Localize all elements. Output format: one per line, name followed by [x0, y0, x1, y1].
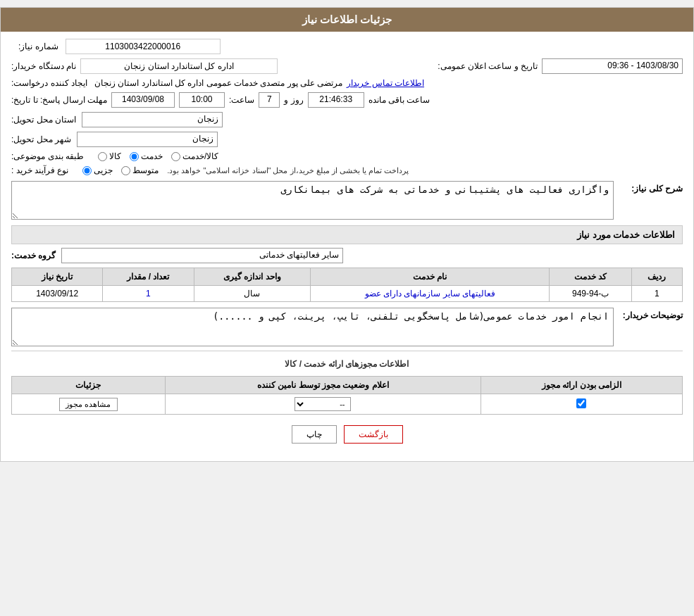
cell-tarikh: 1403/09/12 [12, 286, 103, 302]
cell-kod: ب-94-949 [550, 286, 631, 302]
cell-radif: 1 [631, 286, 682, 302]
tabaqe-kala-label: کالا [109, 151, 121, 161]
tabaqe-khedmat-label: خدمت [141, 151, 163, 161]
ostan-tahvil-label: استان محل تحویل: [11, 115, 76, 125]
elzami-checkbox[interactable] [576, 398, 586, 408]
view-mojoz-button[interactable]: مشاهده مجوز [59, 398, 117, 411]
radio-khedmat[interactable] [130, 152, 139, 161]
perm-col-status: اعلام وضعیت مجوز توسط نامین کننده [165, 377, 481, 394]
cell-elzami [481, 394, 682, 415]
col-radif: ردیف [631, 268, 682, 286]
ostan-tahvil-value: زنجان [82, 112, 223, 127]
mohlat-label: مهلت ارسال پاسخ: تا تاریخ: [11, 95, 107, 105]
mohlat-date-value: 1403/09/08 [111, 92, 175, 108]
sharh-label: شرح کلی نیاز: [619, 181, 683, 194]
cell-status: -- [165, 394, 481, 415]
cell-details: مشاهده مجوز [12, 394, 166, 415]
nooe-label: نوع فرآیند خرید : [11, 165, 68, 175]
nam-dastgah-label: نام دستگاه خریدار: [11, 61, 76, 71]
ijad-link[interactable]: اطلاعات تماس خریدار [347, 78, 424, 88]
radio-motavaset[interactable] [121, 166, 130, 175]
status-select[interactable]: -- [295, 397, 351, 411]
tabaqe-label: طبقه بندی موضوعی: [11, 151, 84, 161]
page-title: جزئیات اطلاعات نیاز [1, 8, 693, 32]
services-section-title: اطلاعات خدمات مورد نیاز [11, 225, 683, 244]
nooe-note: پرداخت تمام یا بخشی از مبلغ خرید،از محل … [167, 166, 409, 175]
mohlat-baqi-label: ساعت باقی مانده [368, 95, 430, 105]
tarikh-value: 1403/08/30 - 09:36 [542, 58, 683, 74]
table-row: 1 ب-94-949 فعالیتهای سایر سازمانهای دارا… [12, 286, 683, 302]
shahr-tahvil-value: زنجان [77, 132, 218, 147]
tarikh-label: تاریخ و ساعت اعلان عمومی: [438, 61, 538, 71]
shomara-niaz-value: 1103003422000016 [66, 39, 221, 54]
permissions-title: اطلاعات مجوزهای ارائه خدمت / کالا [11, 356, 683, 372]
shahr-tahvil-label: شهر محل تحویل: [11, 134, 71, 144]
radio-kala-khedmat[interactable] [171, 152, 180, 161]
buyer-desc-label: توضیحات خریدار: [619, 308, 683, 320]
back-button[interactable]: بازگشت [344, 425, 403, 444]
shomara-niaz-label: شماره نیاز: [18, 42, 58, 51]
tabaqe-kala-khedmat-label: کالا/خدمت [182, 151, 218, 161]
perm-col-details: جزئیات [12, 377, 166, 394]
mohlat-baqi-value: 21:46:33 [308, 92, 364, 108]
ijad-label: ایجاد کننده درخواست: [11, 78, 87, 88]
radio-kala[interactable] [98, 152, 107, 161]
perm-col-elzami: الزامی بودن ارائه مجوز [481, 377, 682, 394]
table-row: -- مشاهده مجوز [12, 394, 683, 415]
mohlat-saat-value: 10:00 [179, 92, 225, 108]
buyer-desc-textarea[interactable] [11, 308, 614, 346]
cell-nam: فعالیتهای سایر سازمانهای دارای عضو [311, 286, 550, 302]
grooh-label: گروه خدمت: [11, 251, 56, 260]
services-table: ردیف کد خدمت نام خدمت واحد اندازه گیری ت… [11, 268, 683, 302]
sharh-textarea[interactable] [11, 181, 614, 220]
col-vahed: واحد اندازه گیری [194, 268, 311, 286]
grooh-value: سایر فعالیتهای خدماتی [61, 248, 343, 263]
mohlat-saat-label: ساعت: [229, 95, 254, 105]
cell-vahed: سال [194, 286, 311, 302]
nam-dastgah-value: اداره کل استاندارد استان زنجان [80, 58, 278, 74]
nooe-motavaset-label: متوسط [132, 165, 159, 175]
col-tarikh: تاریخ نیاز [12, 268, 103, 286]
col-nam: نام خدمت [311, 268, 550, 286]
mohlat-rooz-value: 7 [259, 92, 280, 108]
radio-jazzi[interactable] [82, 166, 92, 175]
print-button[interactable]: چاپ [292, 425, 337, 444]
permissions-table: الزامی بودن ارائه مجوز اعلام وضعیت مجوز … [11, 376, 683, 415]
ijad-value: مرتضی علی پور متصدی خدمات عمومی اداره کل… [94, 78, 342, 88]
mohlat-rooz-label: روز و [284, 95, 303, 105]
col-tedad: تعداد / مقدار [103, 268, 194, 286]
nooe-jazzi-label: جزیی [94, 165, 113, 175]
cell-tedad: 1 [103, 286, 194, 302]
col-kod: کد خدمت [550, 268, 631, 286]
